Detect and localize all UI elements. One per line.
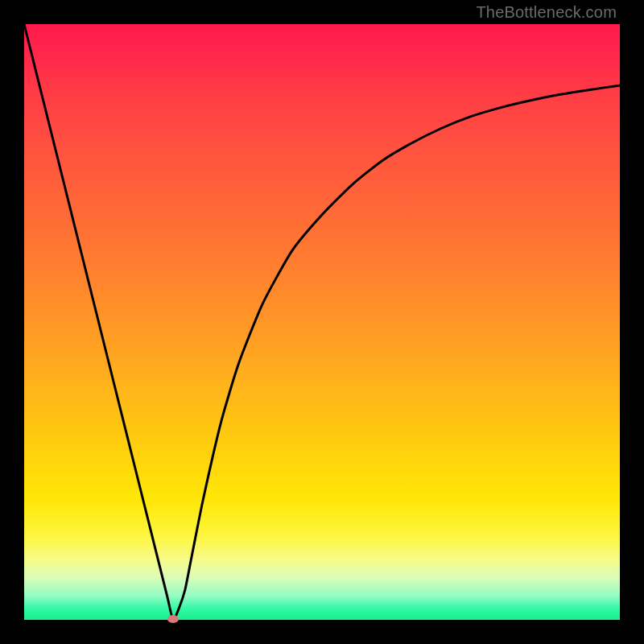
- chart-frame: TheBottleneck.com: [0, 0, 644, 644]
- minimum-marker: [167, 615, 179, 623]
- watermark-text: TheBottleneck.com: [476, 3, 617, 22]
- plot-area: [24, 24, 620, 620]
- bottleneck-curve: [24, 24, 620, 620]
